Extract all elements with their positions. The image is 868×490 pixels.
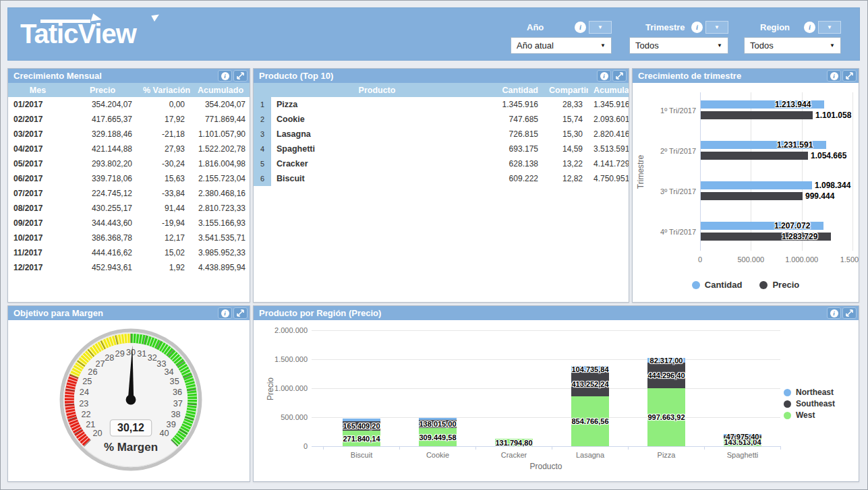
bar-cantidad[interactable] bbox=[701, 181, 812, 189]
bar-precio[interactable] bbox=[701, 111, 813, 119]
info-button[interactable]: i bbox=[597, 70, 611, 82]
table-row[interactable]: 10/2017386.368,7812,173.541.535,71 bbox=[8, 231, 250, 245]
segment-value-label: 854.766,56 bbox=[571, 417, 608, 425]
filter-trimestre-select[interactable]: Todos ▼ bbox=[629, 37, 728, 54]
col-acumulado[interactable]: Acumulado bbox=[588, 83, 629, 97]
gauge-tick-label: 27 bbox=[95, 359, 105, 369]
expand-button[interactable] bbox=[233, 70, 248, 82]
filter-ano-select[interactable]: Año atual ▼ bbox=[511, 37, 612, 54]
region-category-label: Cookie bbox=[404, 451, 471, 459]
table-row[interactable]: 06/2017339.718,0615,632.155.723,04 bbox=[8, 171, 250, 186]
col-cantidad[interactable]: Cantidad bbox=[483, 83, 544, 97]
cell-variacion: 15,63 bbox=[138, 171, 190, 186]
chevron-down-icon[interactable]: ▼ bbox=[705, 21, 728, 34]
filter-region-select[interactable]: Todos ▼ bbox=[744, 37, 841, 54]
app-logo: TaticView bbox=[20, 19, 182, 53]
bar-value-label: 1.207.072 bbox=[774, 221, 810, 231]
cell-acumulado: 3.513.591 bbox=[588, 142, 629, 156]
panel-title: Producto por Región (Precio) bbox=[259, 308, 381, 318]
table-row[interactable]: 05/2017293.802,20-30,241.816.004,98 bbox=[8, 156, 250, 171]
panel-crecimiento-mensual: Crecimiento Mensual i Mes Precio % Varia… bbox=[7, 68, 250, 303]
info-icon[interactable]: i bbox=[804, 22, 815, 33]
legend-label: Southeast bbox=[796, 399, 835, 408]
panel-titlebar: Producto por Región (Precio) i bbox=[254, 306, 859, 320]
grid-line bbox=[852, 92, 853, 251]
cell-acumulado: 1.101.057,90 bbox=[190, 127, 250, 142]
dashboard-page: TaticView Año i ▼ Año atual ▼ Trimestre … bbox=[0, 0, 868, 490]
x-tick-label: 0 bbox=[680, 255, 720, 264]
info-icon: i bbox=[221, 72, 229, 80]
legend-dot bbox=[759, 281, 768, 289]
info-button[interactable]: i bbox=[827, 70, 841, 82]
cell-mes: 09/2017 bbox=[8, 216, 67, 231]
chevron-down-icon[interactable]: ▼ bbox=[589, 21, 612, 34]
segment-value-label: 413.252,24 bbox=[571, 380, 608, 388]
bar-precio[interactable] bbox=[701, 152, 808, 160]
cell-acumulado: 771.869,44 bbox=[190, 112, 250, 127]
quarter-y-axis-title: Trimestre bbox=[636, 152, 645, 192]
bar-value-label: 1.213.944 bbox=[775, 100, 811, 109]
info-button[interactable]: i bbox=[827, 307, 841, 319]
gauge-tick-label: 32 bbox=[148, 353, 157, 363]
cell-cantidad: 1.345.916 bbox=[483, 97, 544, 112]
table-row[interactable]: 12/2017452.943,611,924.438.895,94 bbox=[8, 260, 250, 275]
info-icon: i bbox=[830, 72, 838, 80]
cell-cantidad: 747.685 bbox=[483, 112, 544, 127]
table-row[interactable]: 03/2017329.188,46-21,181.101.057,90 bbox=[8, 127, 250, 142]
col-mes[interactable]: Mes bbox=[8, 83, 67, 97]
cell-rownum: 5 bbox=[254, 156, 271, 171]
cell-acumulado: 4.750.951 bbox=[588, 171, 629, 186]
cell-mes: 12/2017 bbox=[8, 260, 67, 275]
axis-tick bbox=[704, 446, 705, 450]
cell-precio: 224.745,12 bbox=[67, 186, 138, 201]
table-row[interactable]: 2Cookie747.68515,742.093.601 bbox=[254, 112, 629, 127]
info-button[interactable]: i bbox=[218, 307, 232, 319]
info-icon[interactable]: i bbox=[575, 22, 586, 33]
table-row[interactable]: 09/2017344.443,60-19,943.155.166,93 bbox=[8, 216, 250, 231]
cell-acumulado: 354.204,07 bbox=[190, 97, 250, 112]
bar-value-label: 1.283.729 bbox=[782, 232, 817, 241]
filter-region: Region i ▼ Todos ▼ bbox=[744, 20, 841, 54]
cell-mes: 08/2017 bbox=[8, 201, 67, 216]
col-producto[interactable]: Producto bbox=[271, 83, 483, 97]
legend-item-west[interactable]: West bbox=[784, 410, 835, 420]
caret-down-icon: ▼ bbox=[600, 42, 606, 49]
col-precio[interactable]: Precio bbox=[67, 83, 138, 97]
expand-button[interactable] bbox=[233, 307, 248, 319]
table-row[interactable]: 02/2017417.665,3717,92771.869,44 bbox=[8, 112, 250, 127]
expand-button[interactable] bbox=[612, 70, 627, 82]
table-row[interactable]: 01/2017354.204,070,00354.204,07 bbox=[8, 97, 250, 112]
table-row[interactable]: 6Biscuit609.22212,824.750.951 bbox=[254, 171, 629, 186]
table-row[interactable]: 07/2017224.745,12-33,842.380.468,16 bbox=[8, 186, 250, 201]
cell-mes: 05/2017 bbox=[8, 156, 67, 171]
segment-northeast[interactable] bbox=[343, 419, 380, 421]
panel-titlebar: Producto (Top 10) i bbox=[254, 69, 629, 83]
table-row[interactable]: 08/2017430.255,1791,442.810.723,33 bbox=[8, 201, 250, 216]
table-row[interactable]: 5Cracker628.13813,224.141.729 bbox=[254, 156, 629, 171]
gauge-tick-label: 30 bbox=[126, 347, 136, 357]
col-acumulado[interactable]: Acumulado bbox=[190, 83, 250, 97]
cell-mes: 11/2017 bbox=[8, 245, 67, 260]
col-compartir[interactable]: Compartir bbox=[544, 83, 588, 97]
expand-button[interactable] bbox=[842, 70, 857, 82]
table-row[interactable]: 1Pizza1.345.91628,331.345.916 bbox=[254, 97, 629, 112]
expand-button[interactable] bbox=[842, 307, 857, 319]
legend-item-southeast[interactable]: Southeast bbox=[784, 399, 835, 408]
bar-precio[interactable] bbox=[701, 192, 803, 200]
table-row[interactable]: 11/2017444.416,6215,023.985.952,33 bbox=[8, 245, 250, 260]
cell-acumulado: 1.816.004,98 bbox=[190, 156, 250, 171]
legend-item-cantidad[interactable]: Cantidad bbox=[692, 280, 743, 290]
info-icon[interactable]: i bbox=[691, 22, 703, 33]
legend-item-precio[interactable]: Precio bbox=[759, 280, 799, 290]
panel-titlebar: Objetivo para Margen i bbox=[8, 306, 250, 320]
info-button[interactable]: i bbox=[218, 70, 232, 82]
cell-mes: 02/2017 bbox=[8, 112, 67, 127]
chevron-down-icon[interactable]: ▼ bbox=[818, 21, 841, 34]
col-variacion[interactable]: % Variación bbox=[138, 83, 190, 97]
table-row[interactable]: 04/2017421.144,8827,931.522.202,78 bbox=[8, 142, 250, 156]
legend-item-northeast[interactable]: Northeast bbox=[784, 388, 835, 397]
table-row[interactable]: 4Spaghetti693.17514,593.513.591 bbox=[254, 142, 629, 156]
cell-variacion: -30,24 bbox=[138, 156, 190, 171]
table-row[interactable]: 3Lasagna726.81515,302.820.416 bbox=[254, 127, 629, 142]
cell-rownum: 1 bbox=[254, 97, 271, 112]
